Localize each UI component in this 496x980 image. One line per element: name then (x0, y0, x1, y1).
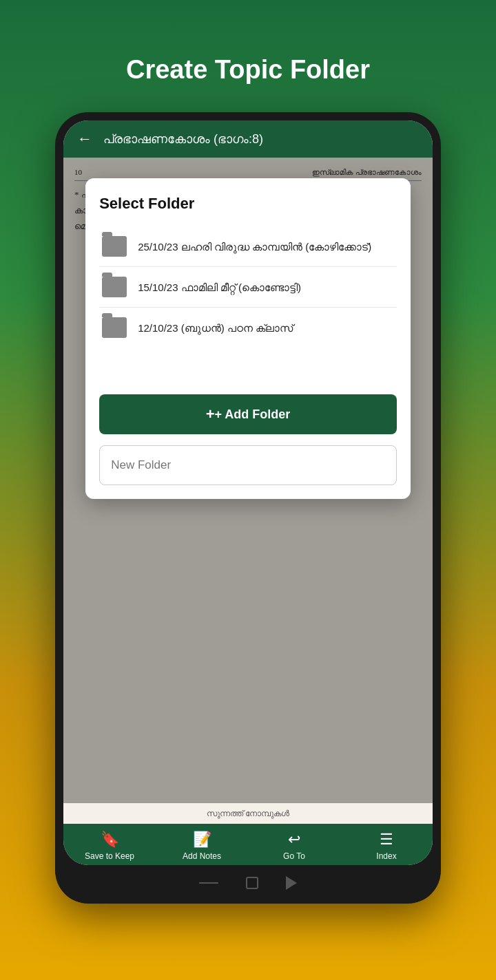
phone-gesture-bar (63, 865, 433, 895)
index-icon: ☰ (380, 831, 393, 849)
recent-apps-gesture (246, 877, 258, 889)
back-button[interactable]: ← (77, 130, 92, 148)
folder-item-1[interactable]: 25/10/23 ലഹരി വിരുദ്ധ കാമ്പയിൻ (കോഴിക്കോ… (99, 226, 397, 267)
spacer (99, 348, 397, 389)
add-folder-label: + Add Folder (215, 407, 291, 422)
dialog-overlay: Select Folder 25/10/23 ലഹരി വിരുദ്ധ കാമ്… (63, 158, 433, 803)
plus-icon: + (206, 405, 215, 423)
page-title: Create Topic Folder (126, 55, 370, 85)
back-gesture (286, 876, 297, 890)
nav-item-index[interactable]: ☰ Index (340, 831, 433, 861)
book-bottom-strip: സുന്നത്ത് നോമ്പുകൾ (63, 803, 433, 824)
folder-list: 25/10/23 ലഹരി വിരുദ്ധ കാമ്പയിൻ (കോഴിക്കോ… (99, 226, 397, 348)
folder-icon-1 (102, 236, 127, 257)
nav-item-add-notes[interactable]: 📝 Add Notes (156, 831, 248, 861)
home-gesture (199, 882, 218, 884)
dialog-title: Select Folder (99, 195, 397, 213)
new-folder-input[interactable] (99, 445, 397, 485)
add-notes-icon: 📝 (193, 831, 211, 849)
add-folder-button[interactable]: + + Add Folder (99, 394, 397, 434)
folder-icon-2 (102, 277, 127, 297)
select-folder-dialog: Select Folder 25/10/23 ലഹരി വിരുദ്ധ കാമ്… (85, 178, 411, 499)
folder-item-3[interactable]: 12/10/23 (ബുധൻ) പഠന ക്ലാസ് (99, 308, 397, 348)
folder-name-1: 25/10/23 ലഹരി വിരുദ്ധ കാമ്പയിൻ (കോഴിക്കോ… (138, 239, 371, 254)
folder-name-3: 12/10/23 (ബുധൻ) പഠന ക്ലാസ് (138, 321, 293, 335)
index-label: Index (376, 851, 396, 861)
folder-item-2[interactable]: 15/10/23 ഫാമിലി മീറ്റ് (കൊണ്ടോട്ടി) (99, 267, 397, 308)
go-to-label: Go To (283, 851, 305, 861)
bottom-nav: 🔖 Save to Keep 📝 Add Notes ↩ Go To ☰ Ind… (63, 824, 433, 865)
save-to-keep-icon: 🔖 (101, 831, 119, 849)
folder-name-2: 15/10/23 ഫാമിലി മീറ്റ് (കൊണ്ടോട്ടി) (138, 280, 301, 295)
header-title: പ്രഭാഷണകോശം (ഭാഗം:8) (103, 132, 263, 147)
save-to-keep-label: Save to Keep (85, 851, 134, 861)
phone-screen: ← പ്രഭാഷണകോശം (ഭാഗം:8) 10 ഇസ്ലാമിക പ്രഭാ… (63, 120, 433, 865)
folder-icon-3 (102, 317, 127, 338)
nav-item-save-to-keep[interactable]: 🔖 Save to Keep (63, 831, 156, 861)
phone-shell: ← പ്രഭാഷണകോശം (ഭാഗം:8) 10 ഇസ്ലാമിക പ്രഭാ… (55, 112, 441, 904)
nav-item-go-to[interactable]: ↩ Go To (248, 831, 340, 861)
go-to-icon: ↩ (288, 831, 300, 849)
add-notes-label: Add Notes (183, 851, 221, 861)
book-content: 10 ഇസ്ലാമിക പ്രഭാഷണകോശം * ഫത്‌വക്കോ, ഖലാ… (63, 158, 433, 803)
book-bottom-text: സുന്നത്ത് നോമ്പുകൾ (207, 809, 289, 818)
app-header: ← പ്രഭാഷണകോശം (ഭാഗം:8) (63, 120, 433, 158)
